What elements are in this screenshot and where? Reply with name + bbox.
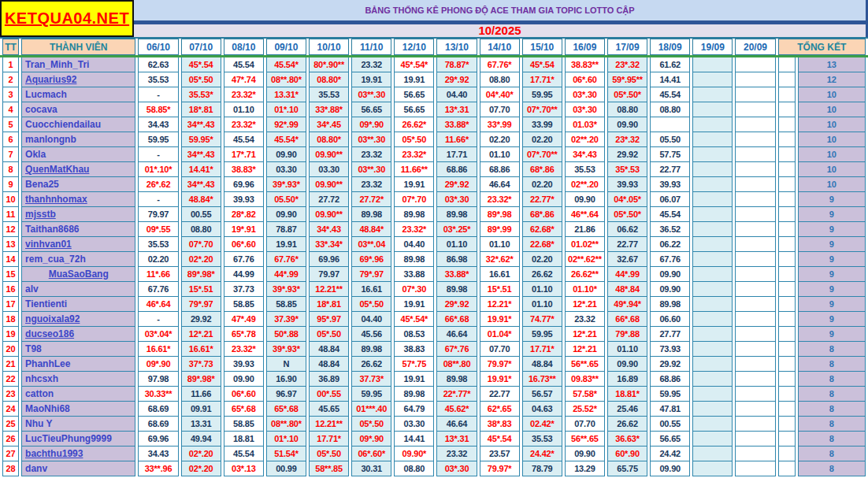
value-cell: 78.87*: [436, 57, 477, 72]
value-cell: 27.72: [309, 192, 349, 207]
value-cell: [692, 57, 733, 72]
value-cell: 23.57: [480, 447, 520, 461]
value-cell: 67.76*: [480, 57, 520, 72]
col-header-date: 13/10: [436, 39, 477, 55]
member-row: 11mjsstb79.9700.5528*.8209.9009.90**89.9…: [2, 207, 866, 222]
value-cell: 08**.80*: [266, 72, 306, 87]
member-name[interactable]: ducseo186: [21, 327, 135, 342]
value-cell: 09.90: [266, 147, 306, 162]
member-name[interactable]: thanhnhomax: [21, 192, 135, 207]
value-cell: 01.10: [522, 297, 562, 312]
value-cell: 18*.81: [181, 102, 221, 117]
member-name[interactable]: vinhvan01: [21, 237, 135, 252]
member-row: 7Okla-34**.4317*.7109.9009.90**23.3223.3…: [2, 147, 866, 162]
total-cell: 9: [798, 267, 866, 282]
value-cell: 13.31: [181, 417, 221, 432]
member-row: 15MuaSaoBang11*.6689*.98*44.9944*.9979.9…: [2, 267, 866, 282]
total-cell: 10: [798, 117, 866, 132]
value-cell: [735, 282, 775, 297]
value-cell: 05*.50: [181, 72, 221, 87]
member-row: 16alv67.7615*.5137.7339*.93*12.21**16.61…: [2, 282, 866, 297]
value-cell: 23.32*: [480, 192, 520, 207]
spacer-cell: [778, 117, 796, 132]
spacer-cell: [778, 267, 796, 282]
value-cell: 59.95*: [181, 132, 221, 147]
value-cell: 39.93: [607, 177, 647, 192]
value-cell: 03*.30: [565, 87, 605, 102]
value-cell: 06*.60: [565, 72, 605, 87]
value-cell: 19.91: [394, 72, 434, 87]
value-cell: [692, 402, 733, 417]
value-cell: [735, 372, 775, 387]
value-cell: 22.77: [480, 387, 520, 402]
value-cell: 47.81: [650, 402, 690, 417]
value-cell: 02.20: [138, 252, 178, 267]
value-cell: 15*.51: [480, 282, 520, 297]
member-name[interactable]: MuaSaoBang: [21, 267, 135, 282]
value-cell: [735, 192, 775, 207]
value-cell: 38.83*: [224, 162, 264, 177]
value-cell: 69.96: [309, 252, 349, 267]
value-cell: 09.90: [565, 192, 605, 207]
value-cell: [735, 252, 775, 267]
site-logo[interactable]: KETQUA04.NET: [0, 0, 134, 37]
value-cell: 45.54: [224, 132, 264, 147]
value-cell: 89.98: [394, 207, 434, 222]
member-name[interactable]: nguoixala92: [21, 312, 135, 327]
value-cell: 06*.60: [224, 387, 264, 402]
spacer-cell: [778, 357, 796, 372]
value-cell: 16.89: [607, 372, 647, 387]
value-cell: 79*.97: [181, 297, 221, 312]
member-name: Taithan8686: [21, 222, 135, 237]
value-cell: 48.84: [309, 357, 349, 372]
member-name[interactable]: mjsstb: [21, 207, 135, 222]
member-row: 26LucTieuPhung999969.9649.9418.8101*.101…: [2, 432, 866, 447]
total-cell: 10: [798, 102, 866, 117]
value-cell: 23.32: [436, 447, 477, 461]
value-cell: 45*.54*: [394, 57, 434, 72]
member-name[interactable]: bachthu1993: [21, 447, 135, 461]
row-number: 3: [2, 87, 19, 102]
member-name[interactable]: Aquarius92: [21, 72, 135, 87]
value-cell: 00.99: [266, 461, 306, 476]
value-cell: 56.57: [522, 387, 562, 402]
value-cell: 45.54: [650, 87, 690, 102]
value-cell: 26.62*: [394, 117, 434, 132]
value-cell: 02.42*: [522, 417, 562, 432]
value-cell: 59.95: [138, 132, 178, 147]
value-cell: 33.88*: [436, 117, 477, 132]
total-cell: 8: [798, 357, 866, 372]
value-cell: 62.63: [138, 57, 178, 72]
member-name[interactable]: QuenMatKhau: [21, 162, 135, 177]
spacer-cell: [778, 102, 796, 117]
value-cell: 33.88*: [436, 267, 477, 282]
value-cell: 79*.97: [351, 267, 391, 282]
value-cell: 45.56: [351, 327, 391, 342]
month-label: 10/2025: [134, 24, 866, 37]
value-cell: 07*.30: [394, 282, 434, 297]
value-cell: 34*.45: [309, 117, 349, 132]
member-name: Tientienti: [21, 297, 135, 312]
value-cell: 02*.20: [181, 252, 221, 267]
value-cell: 03**.30: [351, 87, 391, 102]
value-cell: [692, 312, 733, 327]
value-cell: 34**.43: [181, 117, 221, 132]
value-cell: 07.70: [480, 342, 520, 357]
spacer-cell: [778, 72, 796, 87]
value-cell: 48.84*: [351, 222, 391, 237]
value-cell: [735, 461, 775, 476]
value-cell: 86.98: [436, 252, 477, 267]
spacer-cell: [778, 57, 796, 72]
value-cell: 73.93: [650, 342, 690, 357]
value-cell: 68.86: [436, 162, 477, 177]
member-name: Cuocchiendailau: [21, 117, 135, 132]
total-cell: 10: [798, 177, 866, 192]
value-cell: 79*.88: [607, 327, 647, 342]
value-cell: 48*.84: [607, 282, 647, 297]
value-cell: 89.98: [650, 297, 690, 312]
value-cell: 33.88: [394, 267, 434, 282]
value-cell: 09.90**: [309, 207, 349, 222]
member-name: MaoNhi68: [21, 402, 135, 417]
value-cell: 89*.99: [480, 222, 520, 237]
total-cell: 8: [798, 387, 866, 402]
